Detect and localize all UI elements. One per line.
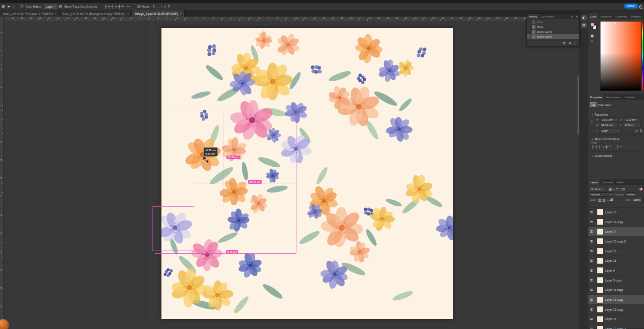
document-tab-scan-2-tif[interactable]: Scan_2.tif @ 66.7% (Background copy, RGB… [60,10,132,17]
tab-properties[interactable]: Properties [588,94,604,100]
tab-adjustments[interactable]: Adjustments [604,94,622,100]
width-field[interactable]: 31.91 cm [600,117,618,122]
kind-filter-dropdown[interactable]: Kind▾ [590,187,607,191]
tab-libraries[interactable]: Libraries [622,94,636,100]
eye-icon[interactable] [590,308,593,311]
layer-thumbnail[interactable] [597,297,603,303]
horizontal-ruler[interactable]: 2120191817161514131211109876543210123456… [4,17,579,21]
auto-select-target-dropdown[interactable]: Layer▾ [44,4,57,9]
document-canvas[interactable] [161,28,453,319]
layer-thumbnail[interactable] [597,238,603,244]
document-tab-design-1-psd[interactable]: Design_1.psd @ 33.3% (RGB/8*)× [132,10,185,17]
eye-icon[interactable] [590,289,593,291]
ruler-origin-corner[interactable] [0,17,4,21]
layer-thumbnail[interactable] [597,248,603,254]
history-state-row[interactable]: ►Delete Layer [527,34,579,39]
layer-row[interactable]: Layer 15 copy [588,295,644,305]
layer-row[interactable]: Layer 11 [588,256,644,266]
close-tab-icon[interactable]: × [180,12,182,15]
pixel-filter-icon[interactable]: ▦ [608,187,613,191]
layer-thumbnail[interactable] [597,258,603,264]
visibility-cell[interactable] [588,266,595,275]
filter-toggle-switch[interactable] [639,188,643,190]
new-snapshot-icon[interactable]: ◉ [568,41,572,45]
eye-icon[interactable] [590,269,593,272]
link-dimensions-icon[interactable]: § [591,120,592,124]
tab-comments[interactable]: Comments [539,14,556,19]
layer-row[interactable]: Layer 15 [588,247,644,256]
close-tab-icon[interactable]: × [55,12,57,15]
layer-row[interactable]: Layer 16 [588,315,644,325]
transform-section-header[interactable]: ▾ Transform [590,112,642,117]
tab-gradients[interactable]: Gradients [614,13,629,19]
tab-swatches[interactable]: Swatches [598,13,614,19]
eye-icon[interactable] [590,230,593,233]
layer-row[interactable]: Layer 14 copy [588,217,644,227]
layer-thumbnail[interactable] [597,326,603,329]
history-state-row[interactable]: ►Delete Layer [527,29,579,34]
history-snapshot-column[interactable] [527,24,531,29]
tool-preset-caret-icon[interactable]: ▾ [13,5,14,8]
eye-icon[interactable] [590,221,593,223]
collapsed-history-icon[interactable]: ◧ [581,15,587,21]
blend-mode-dropdown[interactable]: Normal▾ [590,192,613,197]
lock-all-icon[interactable] [610,199,613,201]
tab-paths[interactable]: Paths [615,179,625,185]
history-state-row[interactable]: ►Move [527,24,579,29]
visibility-cell[interactable] [588,286,595,295]
align-right-icon[interactable]: ┤ [598,145,601,149]
new-document-from-state-icon[interactable]: ▤ [562,41,566,45]
eye-icon[interactable] [590,279,593,281]
visibility-cell[interactable] [588,256,595,265]
visibility-cell[interactable] [588,305,595,314]
eye-icon[interactable] [590,318,593,320]
eye-icon[interactable] [590,260,593,262]
share-button[interactable]: Share [624,4,638,9]
layer-row[interactable]: Layer 5 copy [588,276,644,286]
search-icon[interactable] [639,4,644,9]
layer-thumbnail[interactable] [597,267,603,273]
delete-state-icon[interactable]: ▯ [574,41,577,45]
layer-thumbnail[interactable] [597,209,603,215]
visibility-cell[interactable] [588,237,595,246]
align-center-h-icon[interactable]: ┼ [107,4,111,9]
visibility-cell[interactable] [588,227,595,236]
quick-actions-section-header[interactable]: ▾ Quick Actions [590,153,642,158]
history-snapshot-column[interactable] [527,29,531,34]
collapse-panel-icon[interactable]: « [570,14,574,19]
color-ramp-swatch[interactable] [591,35,594,38]
align-bottom-icon[interactable]: ┴ [121,4,125,9]
tab-history[interactable]: History [527,14,539,19]
history-state-row[interactable]: ►Move [527,19,579,24]
layer-row[interactable]: Layer 13 [588,208,644,217]
hue-slider[interactable] [642,21,644,91]
slide-3d-icon[interactable]: ⇄ [163,4,167,9]
layer-thumbnail[interactable] [597,277,603,283]
panel-menu-icon[interactable]: ≡ [574,14,579,19]
orbit-3d-icon[interactable]: ↻ [152,4,156,9]
collapsed-libraries-icon[interactable]: ▤ [581,22,587,28]
y-field[interactable]: 17.5 cm [623,123,641,127]
eye-icon[interactable] [590,211,593,213]
canvas-pasteboard[interactable]: 30.79 cm23.24 cm6.78 cm -0.32 cm0.69 cm [4,21,579,329]
visibility-cell[interactable] [588,208,595,217]
visibility-cell[interactable] [588,315,595,324]
history-snapshot-column[interactable] [527,19,531,24]
show-transform-controls-checkbox[interactable] [59,5,62,8]
align-top-icon[interactable]: ┬ [601,145,605,149]
align-left-icon[interactable]: ├ [591,145,595,149]
color-picker-ring[interactable] [614,22,616,24]
foreground-color-swatch[interactable] [590,23,594,27]
saturation-brightness-field[interactable] [600,21,641,91]
layer-row[interactable]: Layer 14 [588,227,644,237]
layer-row[interactable]: Layer 11 copy [588,286,644,295]
eye-icon[interactable] [590,250,593,252]
document-scrollbar[interactable] [578,76,579,134]
fill-field[interactable]: 100%▾ [632,198,643,202]
layer-thumbnail[interactable] [597,219,603,225]
opacity-field[interactable]: 100%▾ [626,192,636,197]
layer-row[interactable]: Layer 9 [588,266,644,276]
align-right-icon[interactable]: ┤ [111,4,114,9]
lock-transparent-icon[interactable]: ▨ [597,198,602,202]
tab-channels[interactable]: Channels [600,179,615,185]
